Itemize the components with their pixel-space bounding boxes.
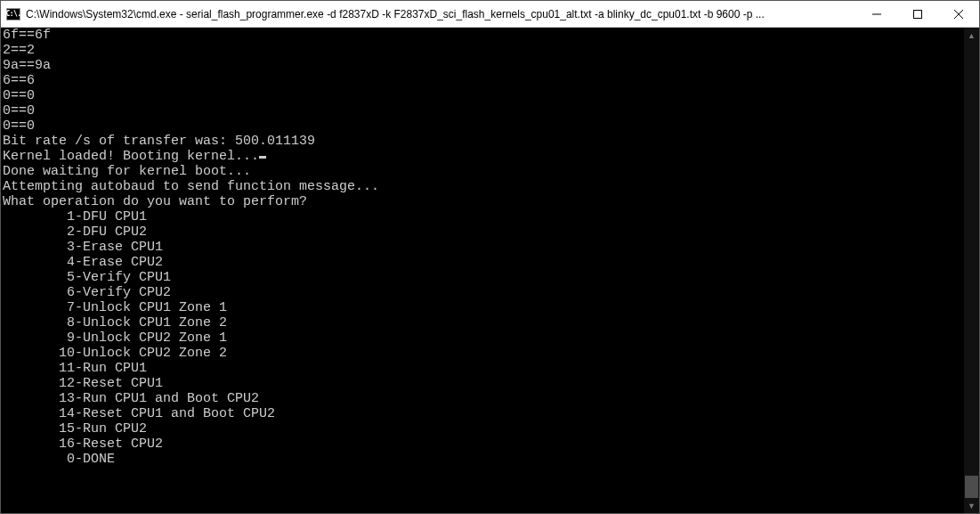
terminal-line: 12-Reset CPU1 xyxy=(3,376,964,391)
window-controls xyxy=(856,1,979,27)
minimize-button[interactable] xyxy=(856,1,897,27)
terminal-line: 0-DONE xyxy=(3,452,964,467)
terminal-line: 4-Erase CPU2 xyxy=(3,255,964,270)
client-area: 6f==6f2==29a==9a6==60==00==00==0Bit rate… xyxy=(1,28,979,513)
vertical-scrollbar[interactable]: ▲ ▼ xyxy=(964,28,979,513)
terminal-line: 5-Verify CPU1 xyxy=(3,270,964,285)
terminal-line: 10-Unlock CPU2 Zone 2 xyxy=(3,346,964,361)
terminal-line: 7-Unlock CPU1 Zone 1 xyxy=(3,300,964,315)
text-cursor xyxy=(259,156,266,159)
terminal-line: 14-Reset CPU1 and Boot CPU2 xyxy=(3,406,964,421)
terminal-line: 9-Unlock CPU2 Zone 1 xyxy=(3,330,964,346)
window-title: C:\Windows\System32\cmd.exe - serial_fla… xyxy=(26,8,856,20)
cmd-icon: C:\. xyxy=(6,8,20,20)
terminal-line: 3-Erase CPU1 xyxy=(3,240,964,255)
terminal-line: 0==0 xyxy=(3,103,964,118)
svg-rect-1 xyxy=(914,10,922,18)
scroll-thumb[interactable] xyxy=(965,476,978,498)
cmd-window: C:\. C:\Windows\System32\cmd.exe - seria… xyxy=(0,0,980,514)
terminal-line: 1-DFU CPU1 xyxy=(3,209,964,224)
close-icon xyxy=(954,10,963,19)
terminal-line: 0==0 xyxy=(3,88,964,103)
terminal-line: 6==6 xyxy=(3,73,964,88)
terminal-line: 13-Run CPU1 and Boot CPU2 xyxy=(3,391,964,406)
terminal-line: 2==2 xyxy=(3,43,964,58)
terminal-line: 11-Run CPU1 xyxy=(3,361,964,376)
terminal-line: Kernel loaded! Booting kernel... xyxy=(3,149,964,164)
terminal-line: 6-Verify CPU2 xyxy=(3,285,964,300)
maximize-button[interactable] xyxy=(897,1,938,27)
scroll-up-arrow-icon[interactable]: ▲ xyxy=(964,28,979,43)
maximize-icon xyxy=(913,10,922,19)
terminal-output[interactable]: 6f==6f2==29a==9a6==60==00==00==0Bit rate… xyxy=(1,28,964,513)
close-button[interactable] xyxy=(938,1,979,27)
terminal-line: 0==0 xyxy=(3,118,964,134)
terminal-line: 9a==9a xyxy=(3,58,964,73)
terminal-line: 15-Run CPU2 xyxy=(3,421,964,436)
terminal-line: 6f==6f xyxy=(3,28,964,43)
titlebar[interactable]: C:\. C:\Windows\System32\cmd.exe - seria… xyxy=(1,1,979,28)
terminal-line: 2-DFU CPU2 xyxy=(3,224,964,240)
minimize-icon xyxy=(872,10,881,19)
terminal-line: 16-Reset CPU2 xyxy=(3,436,964,452)
scroll-down-arrow-icon[interactable]: ▼ xyxy=(964,498,979,513)
terminal-line: Attempting autobaud to send function mes… xyxy=(3,179,964,194)
terminal-line: Bit rate /s of transfer was: 500.011139 xyxy=(3,134,964,149)
terminal-line: What operation do you want to perform? xyxy=(3,194,964,209)
terminal-line: 8-Unlock CPU1 Zone 2 xyxy=(3,315,964,330)
terminal-line: Done waiting for kernel boot... xyxy=(3,164,964,179)
